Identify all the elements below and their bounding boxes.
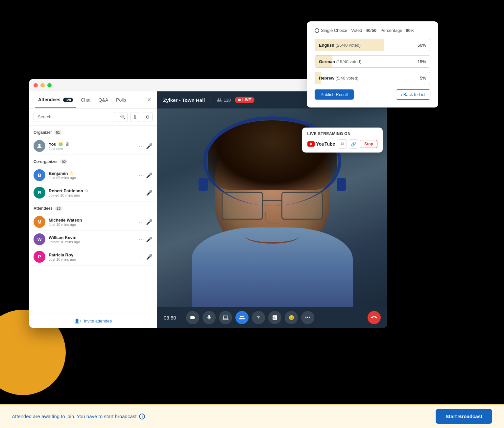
attendee-info-benjamin: Benjamin ☆ Just 05 mins ago — [49, 171, 135, 180]
attendee-actions-william: ⋯ 🎤 — [139, 236, 153, 243]
publish-result-button[interactable]: Publish Result — [315, 89, 354, 100]
option-german-pct: 15% — [414, 59, 430, 64]
tab-chat[interactable]: Chat — [78, 93, 94, 107]
streaming-actions: ⧉ 🔗 Stop — [338, 139, 377, 149]
control-bar: 03:50 ? 🙂 ••• — [157, 307, 387, 328]
attendee-row-william: W William Kevin Joined 10 mins ago ⋯ 🎤 — [34, 231, 153, 248]
mute-patricia[interactable]: 🎤 — [146, 254, 153, 260]
attendee-actions-patricia: ⋯ 🎤 — [139, 254, 153, 260]
option-english-sub: (25/40 voted) — [336, 43, 361, 48]
search-button[interactable]: 🔍 — [118, 112, 128, 122]
end-call-button[interactable] — [368, 311, 381, 324]
attendee-row-benjamin: B Benjamin ☆ Just 05 mins ago ⋯ 🎤 — [34, 167, 153, 184]
tab-qa[interactable]: Q&A — [95, 93, 112, 107]
main-window: Attendees 128 Chat Q&A Polls ✕ 🔍 ⇅ — [29, 79, 387, 328]
poll-option-english: English (25/40 voted) 60% — [315, 39, 430, 51]
mic-button[interactable] — [203, 311, 216, 324]
tl-green[interactable] — [47, 83, 52, 87]
tab-polls[interactable]: Polls — [113, 93, 129, 107]
attendee-row-robert: R Robert Pattinson ☆ Joined 10 mins ago … — [34, 184, 153, 202]
option-hebrew-pct: 5% — [416, 76, 430, 81]
more-options-robert[interactable]: ⋯ — [139, 190, 144, 196]
avatar-robert: R — [34, 187, 45, 199]
participants-button[interactable] — [235, 311, 249, 324]
streaming-popup: LIVE STREAMING ON YouTube ⧉ 🔗 Stop — [302, 128, 383, 153]
option-hebrew-sub: (5/40 voted) — [336, 76, 358, 81]
back-to-list-button[interactable]: ‹ Back to List — [396, 89, 430, 100]
option-hebrew-label: Hebrew — [319, 76, 334, 81]
tl-red[interactable] — [34, 83, 38, 87]
poll-percentage: Percentage : 80% — [380, 28, 414, 33]
attendee-actions-robert: ⋯ 🎤 — [139, 190, 153, 196]
link-button[interactable]: 🔗 — [349, 139, 358, 149]
youtube-play-icon — [310, 142, 312, 146]
streaming-title: LIVE STREAMING ON — [307, 131, 377, 136]
mute-benjamin[interactable]: 🎤 — [146, 172, 153, 178]
sidebar-close-button[interactable]: ✕ — [147, 97, 151, 103]
sidebar: Attendees 128 Chat Q&A Polls ✕ 🔍 ⇅ — [29, 91, 157, 328]
poll-voted: Voted : 40/50 — [351, 28, 376, 33]
mute-robert[interactable]: 🎤 — [146, 190, 153, 196]
filter-button[interactable]: ⚙ — [143, 112, 153, 122]
option-german-label: German — [319, 59, 335, 64]
video-frame: LIVE STREAMING ON YouTube ⧉ 🔗 Stop — [157, 108, 387, 307]
timer: 03:50 — [164, 315, 181, 321]
video-button[interactable] — [186, 311, 199, 324]
streaming-row: YouTube ⧉ 🔗 Stop — [307, 139, 377, 149]
avatar-michelle: M — [34, 216, 45, 228]
qa-button[interactable]: ? — [252, 311, 265, 324]
poll-card: Single Choice Voted : 40/50 Percentage :… — [307, 21, 438, 107]
attendee-info-you: You 👑 🖥 Just now — [49, 142, 135, 151]
attendee-info-patricia: Patricia Roy Just 10 mins ago — [49, 252, 135, 261]
more-options-benjamin[interactable]: ⋯ — [139, 172, 144, 178]
more-options-button[interactable]: ••• — [301, 311, 314, 324]
attendee-actions-you: ⋯ 🎤 — [139, 143, 153, 149]
poll-type-label: Single Choice — [321, 28, 347, 33]
svg-point-0 — [38, 144, 41, 146]
participant-count: 128 — [217, 97, 231, 103]
option-german-sub: (15/40 voted) — [336, 59, 362, 64]
tl-yellow[interactable] — [40, 83, 45, 87]
attendee-info-william: William Kevin Joined 10 mins ago — [49, 235, 135, 244]
more-options-patricia[interactable]: ⋯ — [139, 254, 144, 260]
youtube-logo: YouTube — [307, 141, 335, 147]
sort-button[interactable]: ⇅ — [130, 112, 140, 122]
video-area: Zylker - Town Hall | 128 LIVE — [157, 91, 387, 328]
crown-icon-benjamin: ☆ — [70, 171, 73, 176]
avatar-benjamin: B — [34, 169, 45, 181]
sidebar-tabs: Attendees 128 Chat Q&A Polls ✕ — [29, 91, 157, 108]
stop-button[interactable]: Stop — [360, 140, 377, 148]
window-body: Attendees 128 Chat Q&A Polls ✕ 🔍 ⇅ — [29, 91, 387, 328]
option-english-pct: 60% — [414, 43, 430, 48]
invite-attendee-button[interactable]: 👤+ Invite attendee — [29, 314, 157, 328]
avatar-you — [34, 140, 45, 152]
screen-share-button[interactable] — [219, 311, 232, 324]
more-options-william[interactable]: ⋯ — [139, 236, 144, 243]
search-input[interactable] — [34, 112, 115, 122]
poll-option-hebrew: Hebrew (5/40 voted) 5% — [315, 72, 430, 84]
attendee-row-you: You 👑 🖥 Just now ⋯ 🎤 — [34, 137, 153, 155]
poll-button[interactable] — [268, 311, 281, 324]
mute-william[interactable]: 🎤 — [146, 236, 153, 243]
tab-attendees[interactable]: Attendees 128 — [35, 92, 76, 107]
poll-actions: Publish Result ‹ Back to List — [315, 89, 430, 100]
attendee-info-michelle: Michelle Watson Just 10 mins ago — [49, 218, 135, 226]
co-organizer-section-header: Co-organizer 02 — [34, 159, 153, 164]
attendee-actions-benjamin: ⋯ 🎤 — [139, 172, 153, 178]
reaction-button[interactable]: 🙂 — [285, 311, 298, 324]
mute-you[interactable]: 🎤 — [146, 143, 153, 149]
more-options-michelle[interactable]: ⋯ — [139, 219, 144, 225]
sidebar-search-bar: 🔍 ⇅ ⚙ — [29, 108, 157, 126]
attendee-row-michelle: M Michelle Watson Just 10 mins ago ⋯ 🎤 — [34, 213, 153, 231]
attendees-section-header: Attendees 23 — [34, 206, 153, 211]
attendee-list: Organizer 01 You 👑 🖥 — [29, 126, 157, 314]
more-options-you[interactable]: ⋯ — [139, 143, 144, 149]
notification-bar: Attended are awaiting to join. You have … — [0, 404, 504, 428]
copy-button[interactable]: ⧉ — [338, 139, 347, 149]
attendee-info-robert: Robert Pattinson ☆ Joined 10 mins ago — [49, 188, 135, 197]
start-broadcast-button[interactable]: Start Broadcast — [436, 409, 492, 424]
attendees-badge: 128 — [63, 98, 73, 102]
single-choice-icon — [315, 28, 319, 33]
mute-michelle[interactable]: 🎤 — [146, 219, 153, 225]
crown-icon-you: 👑 — [58, 142, 63, 146]
